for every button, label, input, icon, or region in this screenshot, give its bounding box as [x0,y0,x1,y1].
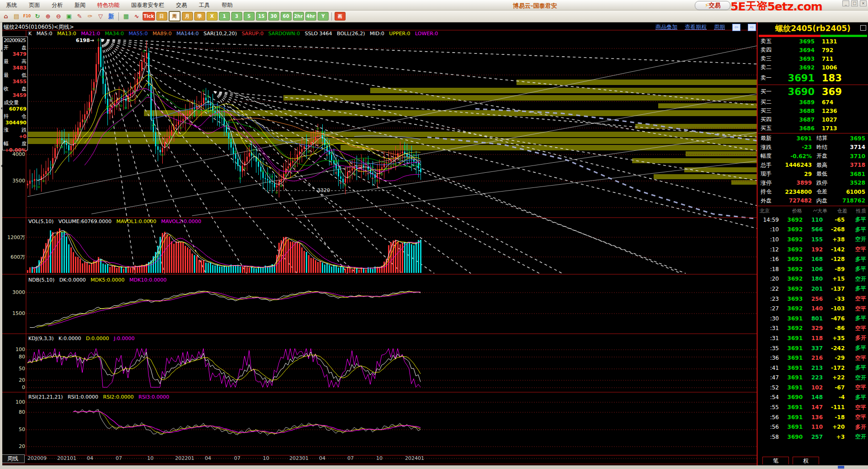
tick-row: :353691337-242多平 [758,343,868,353]
stat-row: 持仓2234800仓差61005 [758,187,868,197]
draw-panel-button[interactable]: 画 [335,12,346,21]
indicator-value: MDK10:0.0000 [129,277,166,283]
menu-item-1[interactable]: 页面 [23,2,46,8]
divider [758,133,868,133]
kline-indicator-header: K MA5:0 MA13:0 MA21:0 MA34:0 MA55:0 MA89… [28,31,441,37]
period-60min-button[interactable]: 60 [281,12,292,21]
ladder-row: 买一3690369 [758,85,868,98]
popout-icon[interactable] [860,25,866,31]
zoom-out-icon[interactable]: ⊖ [54,12,63,21]
x-axis-label: 04 [205,455,211,461]
tick-row: :523691102-67空平 [758,383,868,393]
brush-icon[interactable]: ✑ [85,12,95,21]
period-quarter-button[interactable]: 季 [194,12,205,21]
menu-item-4[interactable]: 特色功能 [91,2,125,8]
x-axis-label: 202009 [27,455,47,461]
new-icon[interactable]: 新 [107,12,116,21]
nav-right-icon[interactable]: ⇨ [748,24,756,31]
kline-icon[interactable]: ∿ [132,12,141,21]
period-3min-button[interactable]: 3 [231,12,242,21]
axis-tick-label: 100 [1,346,25,352]
low-price-marker: 3320 [317,187,330,193]
period-month-button[interactable]: 月 [182,12,193,21]
info-row: 幅度+0.00% [4,140,27,153]
indicator-value: MA5:0 [37,31,54,37]
period-1min-button[interactable]: 1 [219,12,230,21]
menu-item-7[interactable]: 工具 [193,2,216,8]
menu-item-5[interactable]: 国泰君安专栏 [125,2,170,8]
quote-tab-0[interactable]: 笔 [762,457,789,464]
pane-splitter[interactable] [0,22,2,465]
period-30min-button[interactable]: 30 [268,12,279,21]
refresh-icon[interactable]: ↻ [33,12,42,21]
period-tab-weekly[interactable]: 周线 [1,454,25,463]
f10-icon[interactable]: F10 [22,12,32,21]
tick-row: :363691216-29空平 [758,353,868,363]
menu-item-3[interactable]: 新闻 [69,2,91,8]
filter-icon[interactable]: ▽ [96,12,105,21]
menu-item-6[interactable]: 交易 [170,2,193,8]
zoom-in-icon[interactable]: ⊕ [43,12,53,21]
close-button[interactable]: × [860,0,867,6]
period-4hr-button[interactable]: 4hr [305,12,316,21]
tick-row: :223692201-137多平 [758,284,868,294]
region-icon[interactable]: ▣ [64,12,74,21]
window-controls: _ □ × [842,0,867,6]
indicator-value: LOWER:0 [415,31,438,37]
axis-tick-label: 50 [1,366,25,372]
bid-ladder: 买一3690369买二3689674买三36881236买四36871027买五… [758,85,868,133]
chart-link-1[interactable]: 查看期权 [685,23,707,31]
indicator-value: UPPER:0 [389,31,412,37]
app-title: 博易云-国泰君安 [513,2,557,10]
info-row: 收盘3459 [4,85,27,98]
menu-bar: 系统页面分析新闻特色功能国泰君安专栏交易工具帮助 博易云-国泰君安 ⚡交易 5E… [0,0,868,11]
quote-table-icon[interactable]: ▦ [122,12,131,21]
tick-header-col: 仓差 [827,208,847,214]
period-year-button[interactable]: Y [318,12,329,21]
volume-indicator-header: VOL(5,10) VOLUME:60769.0000 MAVOL1:0.000… [28,219,204,224]
period-day-button[interactable]: 日 [156,12,167,21]
x-axis-label: 202301 [289,455,309,461]
period-15min-button[interactable]: 15 [256,12,267,21]
menu-items: 系统页面分析新闻特色功能国泰君安专栏交易工具帮助 [0,1,239,9]
ladder-row: 买三36881236 [758,107,868,115]
kdj-indicator-header: KDJ(9,3,3) K:0.0000 D:0.0000 J:0.0000 [28,336,138,341]
tick-chart-button[interactable]: Tick [143,12,155,21]
tick-row: :563691136-18空平 [758,412,868,422]
tick-row: :203692180+15空开 [758,274,868,284]
stat-row: 涨停3899跌停3528 [758,179,868,188]
quote-tab-1[interactable]: 权 [793,457,819,464]
stat-row: 最新3691结算3695 [758,134,868,143]
axis-tick-label: 50 [1,426,25,432]
funds-icon[interactable]: ▤ [12,12,21,21]
indicator-value: MID:0 [370,31,386,37]
bolt-icon: ⚡ [704,2,708,9]
maximize-button[interactable]: □ [851,0,858,6]
indicator-value: MA144:0 [176,31,200,37]
menu-item-0[interactable]: 系统 [0,2,23,8]
axis-tick-label: 80 [1,409,25,415]
tick-row: :583690257+3空开 [758,432,868,442]
pencil-icon[interactable]: ✎ [75,12,84,21]
home-icon[interactable]: ⌂ [1,12,11,21]
chart-link-0[interactable]: 商品叠加 [655,23,677,31]
stat-row: 总手1446243最高3718 [758,161,868,170]
x-axis-label: 202201 [175,455,194,461]
axis-tick-label: 3500 [1,178,25,184]
instrument-label: 螺纹2405(010605)<周线> [4,23,74,31]
indicator-value: MAVOL2:0.0000 [161,219,202,224]
menu-item-2[interactable]: 分析 [46,2,69,8]
trade-button[interactable]: ⚡交易 [695,1,730,10]
tick-header-col: 价格 [778,208,802,214]
period-week-button[interactable]: 周 [169,11,181,21]
tick-row: :563691110+20多开 [758,422,868,432]
minimize-button[interactable]: _ [842,0,849,6]
chart-link-2[interactable]: 周期 [714,23,725,31]
nav-left-icon[interactable]: ⇦ [732,24,740,31]
period-5min-button[interactable]: 5 [244,12,255,21]
tick-row: :553691147-111空平 [758,402,868,412]
menu-item-8[interactable]: 帮助 [216,2,239,8]
period-x-button[interactable]: X [207,12,218,21]
axis-tick-label: 600万 [1,254,25,261]
period-2hr-button[interactable]: 2hr [293,12,304,21]
